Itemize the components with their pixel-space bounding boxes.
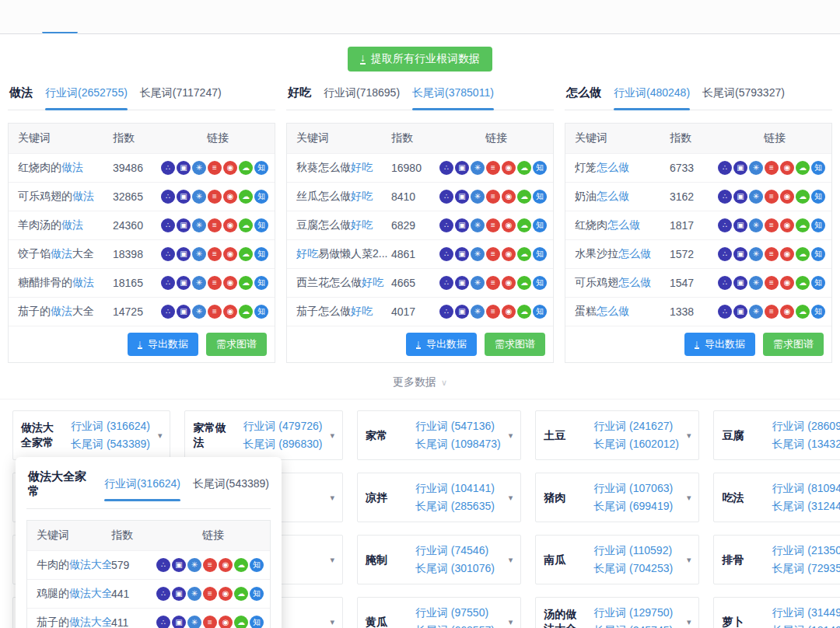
weibo-icon[interactable]: ◉: [780, 190, 794, 204]
toutiao-icon[interactable]: ≡: [765, 276, 779, 290]
keyword-link[interactable]: 秋葵怎么做好吃: [287, 161, 391, 175]
baidu-icon[interactable]: ∴: [161, 305, 175, 319]
baidu-tieba-icon[interactable]: ▣: [455, 247, 469, 261]
keyword-link[interactable]: 茄子的做法大全...: [27, 616, 111, 628]
weibo-icon[interactable]: ◉: [502, 247, 516, 261]
baidu-index-icon[interactable]: ✳: [749, 247, 763, 261]
baidu-index-icon[interactable]: ✳: [192, 247, 206, 261]
baidu-tieba-icon[interactable]: ▣: [733, 161, 747, 175]
baidu-icon[interactable]: ∴: [439, 161, 453, 175]
tab-industry-words[interactable]: 行业词(718695): [324, 86, 400, 100]
toutiao-icon[interactable]: ≡: [765, 305, 779, 319]
baidu-tieba-icon[interactable]: ▣: [172, 587, 186, 601]
baidu-tieba-icon[interactable]: ▣: [455, 161, 469, 175]
keyword-link[interactable]: 可乐鸡翅怎么做: [565, 276, 670, 290]
toutiao-icon[interactable]: ≡: [765, 161, 779, 175]
toutiao-icon[interactable]: ≡: [203, 616, 217, 628]
category-card[interactable]: 豆腐 行业词 (286098) 长尾词 (1343273) ▾: [713, 410, 840, 460]
weixin-icon[interactable]: ☁: [796, 190, 810, 204]
keyword-link[interactable]: 饺子馅做法大全: [9, 247, 113, 261]
tab-longtail-words[interactable]: 长尾词(3785011): [412, 86, 494, 100]
industry-words-link[interactable]: 行业词 (479726): [243, 420, 322, 434]
industry-words-link[interactable]: 行业词 (97550): [415, 606, 495, 620]
keyword-link[interactable]: 牛肉的做法大全...: [27, 558, 111, 572]
baidu-index-icon[interactable]: ✳: [471, 247, 485, 261]
longtail-words-link[interactable]: 长尾词 (729353): [772, 562, 840, 576]
keyword-link[interactable]: 鸡腿的做法大全...: [27, 587, 111, 601]
baidu-index-icon[interactable]: ✳: [749, 305, 763, 319]
weixin-icon[interactable]: ☁: [517, 276, 531, 290]
tab-industry-words[interactable]: 行业词(2652755): [45, 86, 128, 100]
caret-down-icon[interactable]: ▾: [330, 617, 334, 627]
category-card[interactable]: 南瓜 行业词 (110592) 长尾词 (704253) ▾: [535, 535, 699, 584]
weibo-icon[interactable]: ◉: [223, 276, 237, 290]
zhihu-icon[interactable]: 知: [254, 305, 268, 319]
weibo-icon[interactable]: ◉: [780, 218, 794, 232]
top-tab[interactable]: [42, 32, 78, 34]
zhihu-icon[interactable]: 知: [254, 247, 268, 261]
industry-words-link[interactable]: 行业词 (286098): [772, 420, 840, 434]
baidu-index-icon[interactable]: ✳: [192, 276, 206, 290]
keyword-link[interactable]: 水果沙拉怎么做: [565, 247, 670, 261]
keyword-link[interactable]: 奶油怎么做: [565, 190, 670, 204]
baidu-icon[interactable]: ∴: [439, 305, 453, 319]
keyword-link[interactable]: 丝瓜怎么做好吃: [287, 190, 391, 204]
caret-down-icon[interactable]: ▾: [509, 431, 513, 441]
tab-longtail-words[interactable]: 长尾词(7117247): [140, 86, 222, 100]
weibo-icon[interactable]: ◉: [223, 218, 237, 232]
longtail-words-link[interactable]: 长尾词 (1814909): [772, 624, 840, 628]
weixin-icon[interactable]: ☁: [239, 305, 253, 319]
weixin-icon[interactable]: ☁: [239, 190, 253, 204]
industry-words-link[interactable]: 行业词 (104141): [415, 482, 495, 496]
toutiao-icon[interactable]: ≡: [208, 190, 222, 204]
caret-down-icon[interactable]: ▾: [687, 617, 691, 627]
zhihu-icon[interactable]: 知: [811, 247, 825, 261]
baidu-tieba-icon[interactable]: ▣: [733, 276, 747, 290]
longtail-words-link[interactable]: 长尾词 (1602012): [593, 438, 679, 452]
baidu-index-icon[interactable]: ✳: [192, 190, 206, 204]
weixin-icon[interactable]: ☁: [239, 218, 253, 232]
category-card[interactable]: 排骨 行业词 (213500) 长尾词 (729353) ▾: [713, 535, 840, 584]
zhihu-icon[interactable]: 知: [250, 558, 264, 572]
longtail-words-link[interactable]: 长尾词 (285635): [415, 500, 495, 514]
baidu-tieba-icon[interactable]: ▣: [455, 276, 469, 290]
baidu-icon[interactable]: ∴: [718, 218, 732, 232]
longtail-words-link[interactable]: 长尾词 (1098473): [415, 438, 501, 452]
zhihu-icon[interactable]: 知: [533, 190, 547, 204]
baidu-icon[interactable]: ∴: [156, 558, 170, 572]
longtail-words-link[interactable]: 长尾词 (1343273): [772, 438, 840, 452]
weibo-icon[interactable]: ◉: [219, 587, 233, 601]
weibo-icon[interactable]: ◉: [780, 247, 794, 261]
zhihu-icon[interactable]: 知: [811, 305, 825, 319]
weixin-icon[interactable]: ☁: [517, 190, 531, 204]
weixin-icon[interactable]: ☁: [796, 218, 810, 232]
zhihu-icon[interactable]: 知: [254, 190, 268, 204]
weixin-icon[interactable]: ☁: [234, 558, 248, 572]
baidu-icon[interactable]: ∴: [161, 218, 175, 232]
weixin-icon[interactable]: ☁: [796, 276, 810, 290]
industry-words-link[interactable]: 行业词 (316624): [71, 420, 150, 434]
category-card[interactable]: 做法大全家常 行业词 (316624) 长尾词 (543389) ▾: [12, 410, 170, 460]
longtail-words-link[interactable]: 长尾词 (245745): [593, 624, 673, 628]
category-card[interactable]: 汤的做法大全 行业词 (129750) 长尾词 (245745) ▾: [535, 597, 699, 628]
weixin-icon[interactable]: ☁: [796, 161, 810, 175]
weibo-icon[interactable]: ◉: [502, 190, 516, 204]
industry-words-link[interactable]: 行业词 (110592): [593, 544, 673, 558]
keyword-link[interactable]: 灯笼怎么做: [565, 161, 670, 175]
baidu-index-icon[interactable]: ✳: [749, 218, 763, 232]
weixin-icon[interactable]: ☁: [234, 587, 248, 601]
baidu-tieba-icon[interactable]: ▣: [455, 190, 469, 204]
weibo-icon[interactable]: ◉: [223, 305, 237, 319]
weibo-icon[interactable]: ◉: [502, 161, 516, 175]
weibo-icon[interactable]: ◉: [502, 276, 516, 290]
export-data-button[interactable]: ↓导出数据: [406, 333, 478, 356]
baidu-index-icon[interactable]: ✳: [187, 616, 201, 628]
weibo-icon[interactable]: ◉: [502, 305, 516, 319]
baidu-index-icon[interactable]: ✳: [471, 161, 485, 175]
caret-down-icon[interactable]: ▾: [330, 431, 334, 441]
weibo-icon[interactable]: ◉: [780, 276, 794, 290]
zhihu-icon[interactable]: 知: [533, 305, 547, 319]
toutiao-icon[interactable]: ≡: [208, 161, 222, 175]
keyword-link[interactable]: 茄子的做法大全: [9, 305, 113, 319]
industry-words-link[interactable]: 行业词 (129750): [593, 606, 673, 620]
